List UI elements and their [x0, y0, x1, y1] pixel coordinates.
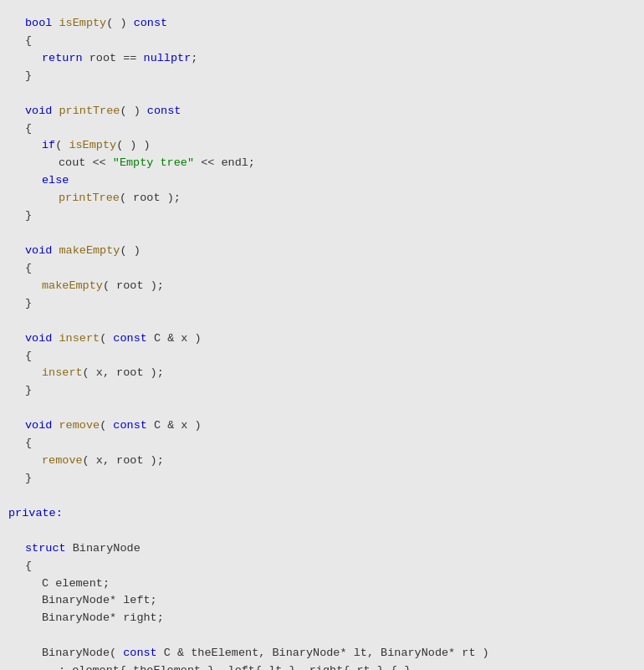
token-kw: else — [42, 174, 69, 187]
code-line: { — [0, 558, 644, 575]
code-line — [0, 225, 644, 243]
code-line: printTree( root ); — [0, 190, 644, 207]
code-line: C element; — [0, 575, 644, 593]
code-line: remove( x, root ); — [0, 453, 644, 470]
token-kw: void — [25, 332, 59, 345]
token-kw: const — [113, 419, 147, 432]
token-fn: insert — [59, 332, 100, 345]
code-editor: bool isEmpty( ) const{return root == nul… — [0, 8, 644, 670]
code-line: void insert( const C & x ) — [0, 330, 644, 348]
token-kw: const — [113, 332, 147, 345]
token-kw: void — [25, 244, 59, 257]
token-normal: { — [25, 437, 32, 449]
token-normal: { — [25, 34, 32, 47]
token-normal: ( ) ) — [116, 139, 151, 151]
code-line — [0, 627, 644, 645]
token-normal: ( ) — [120, 244, 140, 257]
token-normal: ( — [100, 419, 113, 432]
code-line: { — [0, 33, 644, 50]
token-kw: struct — [25, 542, 73, 555]
token-normal: C & x ) — [147, 419, 202, 432]
code-line: struct BinaryNode — [0, 540, 644, 558]
token-normal: C element; — [42, 577, 110, 590]
code-line: void remove( const C & x ) — [0, 417, 644, 435]
token-kw: bool — [25, 17, 59, 29]
code-line: } — [0, 68, 644, 85]
token-normal: BinaryNode* left; — [42, 594, 157, 606]
token-fn: insert — [42, 366, 83, 379]
token-normal: { — [25, 560, 32, 572]
token-kw: void — [25, 419, 59, 432]
token-normal: ( ) — [120, 105, 146, 117]
code-line: bool isEmpty( ) const — [0, 15, 644, 33]
token-fn: isEmpty — [59, 17, 107, 29]
token-normal: ( x, root ); — [83, 454, 164, 467]
token-fn: printTree — [59, 192, 120, 204]
token-fn: makeEmpty — [59, 244, 120, 257]
token-fn: remove — [42, 454, 83, 467]
code-line: if( isEmpty( ) ) — [0, 137, 644, 155]
code-line — [0, 488, 644, 505]
code-line: : element{ theElement }, left{ lt }, rig… — [0, 662, 644, 670]
code-line: { — [0, 435, 644, 453]
code-line: return root == nullptr; — [0, 50, 644, 68]
token-kw: void — [25, 105, 59, 117]
code-line: makeEmpty( root ); — [0, 278, 644, 295]
token-kw: nullptr — [144, 52, 192, 64]
token-normal: << endl; — [194, 156, 255, 169]
token-normal: root == — [89, 52, 144, 64]
token-normal: BinaryNode* right; — [42, 611, 164, 624]
code-line: } — [0, 207, 644, 225]
code-line: } — [0, 295, 644, 313]
code-line: void printTree( ) const — [0, 103, 644, 120]
token-normal: } — [25, 384, 32, 396]
code-line: } — [0, 382, 644, 400]
code-line: { — [0, 348, 644, 366]
token-normal: BinaryNode( — [42, 647, 123, 659]
token-normal: C & theElement, BinaryNode* lt, BinaryNo… — [157, 647, 489, 659]
token-kw: const — [147, 105, 181, 117]
code-line: private: — [0, 505, 644, 523]
code-line — [0, 400, 644, 417]
token-fn: remove — [59, 419, 100, 432]
code-line — [0, 313, 644, 330]
code-line: { — [0, 120, 644, 138]
token-normal: } — [25, 297, 32, 309]
token-normal: ( — [55, 139, 69, 151]
code-line: BinaryNode* right; — [0, 610, 644, 627]
token-fn: isEmpty — [69, 139, 116, 151]
code-line — [0, 523, 644, 540]
token-normal: } — [25, 472, 32, 484]
code-line: } — [0, 470, 644, 488]
token-str: "Empty tree" — [113, 156, 194, 169]
token-normal: { — [25, 350, 32, 362]
token-kw: private: — [8, 507, 63, 519]
token-normal: C & x ) — [147, 332, 202, 345]
token-normal: { — [25, 262, 32, 274]
code-line: insert( x, root ); — [0, 365, 644, 382]
token-normal: cout << — [59, 156, 113, 169]
token-normal: : element{ theElement }, left{ lt }, rig… — [59, 664, 411, 670]
token-fn: printTree — [59, 105, 120, 117]
token-normal: BinaryNode — [73, 542, 141, 555]
token-normal: ( root ); — [103, 279, 164, 292]
token-kw: if — [42, 139, 55, 151]
token-normal: { — [25, 122, 32, 135]
code-line: { — [0, 260, 644, 278]
token-normal: ( root ); — [120, 192, 181, 204]
code-line: else — [0, 172, 644, 190]
token-kw: const — [134, 17, 168, 29]
token-kw: const — [123, 647, 157, 659]
token-normal: ( x, root ); — [83, 366, 164, 379]
token-fn: makeEmpty — [42, 279, 103, 292]
token-normal: ( — [100, 332, 113, 345]
code-line: BinaryNode( const C & theElement, Binary… — [0, 645, 644, 662]
code-line — [0, 85, 644, 103]
token-normal: ; — [191, 52, 197, 64]
code-line: BinaryNode* left; — [0, 592, 644, 610]
code-line: cout << "Empty tree" << endl; — [0, 155, 644, 172]
token-normal: } — [25, 209, 32, 222]
token-normal: ( ) — [106, 17, 133, 29]
token-normal: } — [25, 69, 32, 82]
token-kw: return — [42, 52, 89, 64]
